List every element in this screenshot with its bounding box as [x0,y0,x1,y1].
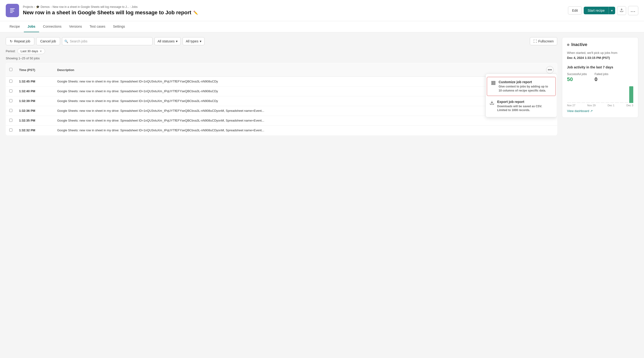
export-icon [490,100,494,106]
period-badge: Last 30 days ✕ [18,48,45,54]
cancel-job-button[interactable]: Cancel job [36,37,60,45]
page-title-text: New row in a sheet in Google Sheets will… [23,10,192,16]
start-recipe-button[interactable]: Start recipe [584,7,608,14]
period-value: Last 30 days [20,49,38,53]
all-types-dropdown[interactable]: All types ▾ [182,37,204,45]
row-checkbox-cell [6,86,16,96]
row-checkbox[interactable] [9,80,12,83]
customize-title: Customize job report [498,80,552,84]
row-description: Google Sheets: new row in sheet in my dr… [54,116,543,126]
jobs-panel: ↻ Repeat job Cancel job 🔍 All statuses ▾… [6,37,557,136]
chart-labels: Nov 27 Nov 29 Dec 1 Dec 3 [567,104,633,107]
sidebar-status-card: Inactive When started, we'll pick up job… [562,37,638,118]
row-description: Google Sheets: new row in sheet in my dr… [54,77,543,86]
breadcrumb-current: New row in a sheet in Google Sheets will… [52,5,138,8]
chart-bar [572,102,576,103]
toolbar: ↻ Repeat job Cancel job 🔍 All statuses ▾… [6,37,557,45]
repeat-job-button[interactable]: ↻ Repeat job [6,37,34,45]
row-checkbox[interactable] [9,99,12,102]
status-desc: When started, we'll pick up jobs from [567,51,633,54]
row-description: Google Sheets: new row in sheet in my dr… [54,86,543,96]
successful-value: 50 [567,76,587,82]
row-checkbox[interactable] [9,90,12,92]
upload-button[interactable] [617,6,626,15]
chart-bar [576,102,580,103]
page: Projects › 🎓 Demos › New row in a sheet … [0,0,644,358]
jobs-table: Time (PST) Description ••• [6,63,557,136]
export-job-report-item[interactable]: Export job report Downloads will be save… [486,97,557,115]
all-types-chevron: ▾ [200,39,202,43]
tab-recipe[interactable]: Recipe [6,21,24,32]
header-content: Projects › 🎓 Demos › New row in a sheet … [23,5,564,16]
popup-menu: Customize job report Give context to job… [486,74,557,117]
recipe-icon [6,4,19,17]
failed-jobs-stat: Failed jobs 0 [594,72,608,82]
chart-bar [606,102,610,103]
svg-rect-0 [10,8,15,9]
table-row: 1:32:36 PM Google Sheets: new row in she… [6,106,557,116]
header-actions: Edit Start recipe ▾ ... [568,6,638,15]
breadcrumb-projects[interactable]: Projects [23,5,33,8]
fullscreen-button[interactable]: ⛶ Fullscreen [530,37,557,45]
successful-label: Successful jobs [567,72,587,76]
search-input[interactable] [62,37,152,45]
export-title: Export job report [497,100,553,104]
chart-bar [600,102,605,103]
row-checkbox[interactable] [9,128,12,132]
tab-jobs[interactable]: Jobs [24,21,39,32]
tab-connections[interactable]: Connections [39,21,65,32]
description-col-header: Description [54,63,543,77]
svg-rect-2 [10,11,14,12]
activity-title: Job activity in the last 7 days [567,65,633,69]
row-time: 1:32:45 PM [16,77,54,86]
row-checkbox-cell [6,126,16,136]
table-action-dots[interactable]: ••• [546,66,554,74]
all-statuses-dropdown[interactable]: All statuses ▾ [154,37,181,45]
table-row: 1:32:32 PM Google Sheets: new row in she… [6,126,557,136]
actions-col-header: ••• Customize job report Give cont [543,63,557,77]
header: Projects › 🎓 Demos › New row in a sheet … [0,0,644,21]
status-date: Dec 4, 2024 1:33:15 PM (PST) [567,56,633,60]
chart-bar [624,102,628,103]
table-header-row: Time (PST) Description ••• [6,63,557,77]
chart-bar [620,102,624,103]
export-desc: Downloads will be saved as CSV. Limited … [497,104,553,112]
tab-test-cases[interactable]: Test cases [86,21,109,32]
view-dashboard-link[interactable]: View dashboard ↗ [567,109,593,113]
edit-button[interactable]: Edit [568,6,582,14]
external-link-icon: ↗ [590,109,593,113]
tab-versions[interactable]: Versions [65,21,86,32]
more-options-button[interactable]: ... [628,6,638,15]
page-title: New row in a sheet in Google Sheets will… [23,10,564,16]
row-checkbox-cell [6,77,16,86]
fullscreen-icon: ⛶ [534,39,537,43]
row-checkbox[interactable] [9,119,12,122]
period-close[interactable]: ✕ [40,50,42,53]
chart-bar [567,102,571,103]
breadcrumb-sep-1: › [34,5,35,8]
row-time: 1:32:40 PM [16,86,54,96]
edit-icon[interactable]: ✏️ [193,10,198,15]
activity-section: Job activity in the last 7 days Successf… [567,65,633,113]
chart-bar [596,102,600,103]
customize-job-report-item[interactable]: Customize job report Give context to job… [487,77,556,96]
breadcrumb-icon: 🎓 [36,5,40,8]
tabs-bar: Recipe Jobs Connections Versions Test ca… [0,21,644,32]
successful-jobs-stat: Successful jobs 50 [567,72,587,82]
table-row: 1:32:40 PM Google Sheets: new row in she… [6,86,557,96]
select-all-checkbox[interactable] [9,68,12,71]
row-time: 1:32:35 PM [16,116,54,126]
breadcrumb-demos[interactable]: Demos [40,5,50,8]
chart-label-dec1: Dec 1 [608,104,614,107]
stats-row: Successful jobs 50 Failed jobs 0 [567,72,633,82]
status-dot [567,44,570,46]
repeat-job-label: Repeat job [14,39,30,43]
chart-label-dec3: Dec 3 [626,104,633,107]
row-checkbox[interactable] [9,109,12,112]
svg-rect-3 [10,12,13,13]
table-row: 1:32:39 PM Google Sheets: new row in she… [6,96,557,106]
breadcrumb: Projects › 🎓 Demos › New row in a sheet … [23,5,564,8]
view-dashboard-label: View dashboard [567,109,589,113]
start-recipe-dropdown[interactable]: ▾ [608,7,615,14]
tab-settings[interactable]: Settings [109,21,129,32]
